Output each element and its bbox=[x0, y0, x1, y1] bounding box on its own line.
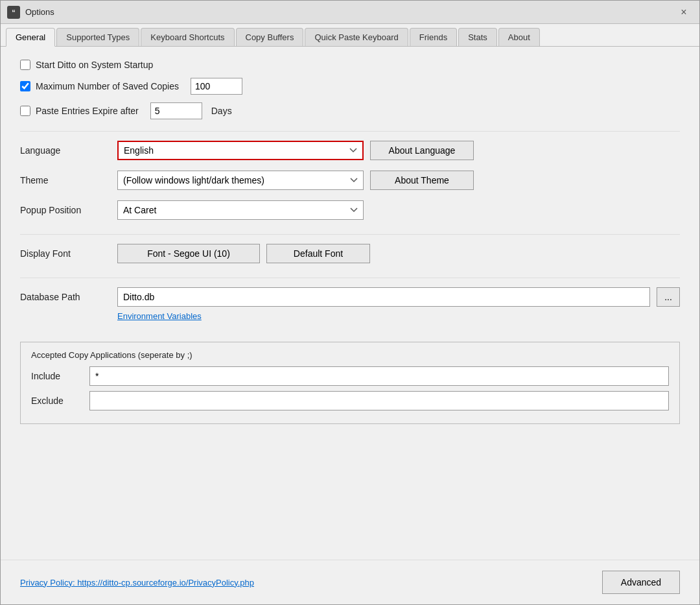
tab-keyboard-shortcuts[interactable]: Keyboard Shortcuts bbox=[141, 28, 234, 46]
max-copies-input[interactable] bbox=[191, 78, 242, 95]
dbpath-row: Database Path ... bbox=[20, 287, 680, 307]
popup-field-label: Popup Position bbox=[20, 205, 111, 215]
about-language-button[interactable]: About Language bbox=[370, 141, 474, 160]
browse-button[interactable]: ... bbox=[657, 287, 680, 307]
content-area: Start Ditto on System Startup Maximum Nu… bbox=[1, 47, 699, 560]
expire-label: Paste Entries Expire after bbox=[36, 106, 139, 116]
copy-apps-section: Accepted Copy Applications (seperate by … bbox=[20, 342, 680, 424]
expire-row: Paste Entries Expire after Days bbox=[20, 102, 680, 119]
dbpath-input[interactable] bbox=[117, 287, 650, 307]
font-button[interactable]: Font - Segoe UI (10) bbox=[117, 244, 260, 263]
language-field-label: Language bbox=[20, 145, 111, 156]
close-button[interactable]: × bbox=[675, 3, 693, 21]
exclude-input[interactable] bbox=[89, 391, 669, 410]
include-row: Include bbox=[31, 366, 669, 386]
tab-quick-paste[interactable]: Quick Paste Keyboard bbox=[305, 28, 408, 46]
exclude-row: Exclude bbox=[31, 391, 669, 410]
theme-row: Theme (Follow windows light/dark themes)… bbox=[20, 171, 680, 190]
about-theme-button[interactable]: About Theme bbox=[370, 171, 474, 190]
exclude-label: Exclude bbox=[31, 396, 83, 406]
max-copies-label: Maximum Number of Saved Copies bbox=[36, 81, 179, 91]
window-title: Options bbox=[25, 7, 675, 17]
font-field-label: Display Font bbox=[20, 248, 111, 259]
app-icon: “ bbox=[7, 6, 20, 19]
startup-checkbox[interactable] bbox=[20, 60, 30, 70]
popup-row: Popup Position At Caret At Mouse Fixed P… bbox=[20, 200, 680, 220]
tab-stats[interactable]: Stats bbox=[458, 28, 497, 46]
font-row: Display Font Font - Segoe UI (10) Defaul… bbox=[20, 244, 680, 263]
copy-apps-title: Accepted Copy Applications (seperate by … bbox=[31, 350, 669, 360]
expire-unit-label: Days bbox=[211, 106, 232, 116]
options-window: “ Options × General Supported Types Keyb… bbox=[0, 0, 700, 605]
include-label: Include bbox=[31, 371, 83, 381]
tab-supported-types[interactable]: Supported Types bbox=[56, 28, 139, 46]
max-copies-checkbox[interactable] bbox=[20, 81, 30, 91]
advanced-button[interactable]: Advanced bbox=[602, 571, 680, 594]
privacy-policy-link[interactable]: Privacy Policy: https://ditto-cp.sourcef… bbox=[20, 578, 254, 587]
expire-checkbox[interactable] bbox=[20, 106, 30, 116]
popup-dropdown[interactable]: At Caret At Mouse Fixed Position bbox=[117, 200, 364, 220]
theme-dropdown[interactable]: (Follow windows light/dark themes) Light… bbox=[117, 171, 364, 190]
language-row: Language English German French Spanish C… bbox=[20, 141, 680, 160]
expire-input[interactable] bbox=[150, 102, 202, 119]
default-font-button[interactable]: Default Font bbox=[266, 244, 370, 263]
startup-label: Start Ditto on System Startup bbox=[36, 60, 153, 70]
theme-field-label: Theme bbox=[20, 175, 111, 185]
title-bar: “ Options × bbox=[1, 1, 699, 24]
include-input[interactable] bbox=[89, 366, 669, 386]
tab-general[interactable]: General bbox=[6, 28, 55, 47]
startup-row: Start Ditto on System Startup bbox=[20, 60, 680, 70]
tab-copy-buffers[interactable]: Copy Buffers bbox=[236, 28, 304, 46]
env-variables-link[interactable]: Environment Variables bbox=[117, 311, 202, 321]
language-dropdown[interactable]: English German French Spanish Chinese bbox=[117, 141, 364, 160]
max-copies-row: Maximum Number of Saved Copies bbox=[20, 78, 680, 95]
footer: Privacy Policy: https://ditto-cp.sourcef… bbox=[1, 560, 699, 604]
tab-bar: General Supported Types Keyboard Shortcu… bbox=[1, 24, 699, 47]
tab-about[interactable]: About bbox=[498, 28, 540, 46]
dbpath-label: Database Path bbox=[20, 292, 111, 302]
tab-friends[interactable]: Friends bbox=[410, 28, 457, 46]
